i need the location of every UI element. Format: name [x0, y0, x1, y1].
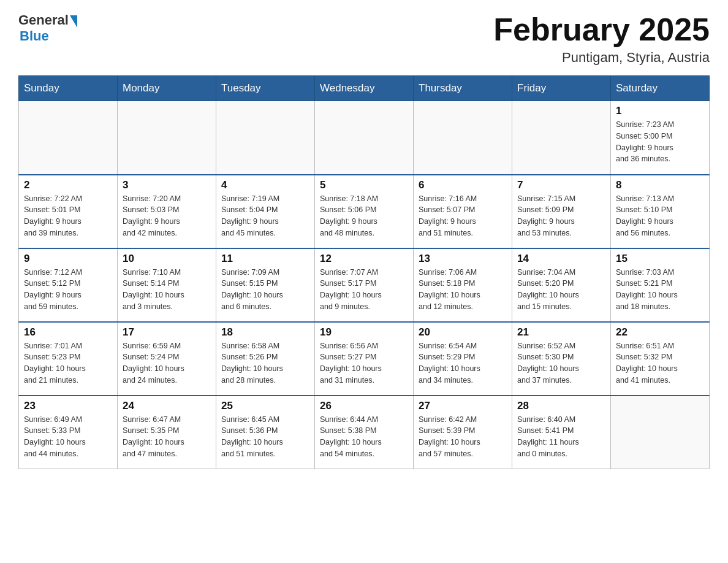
- day-number: 3: [123, 179, 211, 191]
- day-info: Sunrise: 7:01 AMSunset: 5:23 PMDaylight:…: [24, 340, 112, 386]
- calendar-cell: 28Sunrise: 6:40 AMSunset: 5:41 PMDayligh…: [512, 396, 611, 469]
- calendar-cell: 27Sunrise: 6:42 AMSunset: 5:39 PMDayligh…: [414, 396, 512, 469]
- logo-general: General: [18, 12, 69, 28]
- day-info: Sunrise: 7:15 AMSunset: 5:09 PMDaylight:…: [517, 193, 605, 239]
- calendar-cell: 8Sunrise: 7:13 AMSunset: 5:10 PMDaylight…: [611, 175, 710, 248]
- calendar-cell: [118, 101, 216, 175]
- week-row-5: 23Sunrise: 6:49 AMSunset: 5:33 PMDayligh…: [19, 396, 710, 469]
- calendar-cell: 2Sunrise: 7:22 AMSunset: 5:01 PMDaylight…: [19, 175, 118, 248]
- day-number: 10: [123, 253, 211, 265]
- day-number: 2: [24, 179, 112, 191]
- day-info: Sunrise: 7:20 AMSunset: 5:03 PMDaylight:…: [123, 193, 211, 239]
- day-info: Sunrise: 6:44 AMSunset: 5:38 PMDaylight:…: [320, 414, 408, 460]
- day-info: Sunrise: 6:52 AMSunset: 5:30 PMDaylight:…: [517, 340, 605, 386]
- day-info: Sunrise: 7:03 AMSunset: 5:21 PMDaylight:…: [616, 267, 704, 313]
- calendar-cell: [216, 101, 315, 175]
- col-thursday: Thursday: [414, 76, 512, 101]
- logo: General Blue: [18, 12, 77, 44]
- day-number: 21: [517, 326, 605, 339]
- location-title: Puntigam, Styria, Austria: [493, 50, 710, 66]
- col-friday: Friday: [512, 76, 611, 101]
- day-number: 5: [320, 179, 408, 191]
- day-info: Sunrise: 7:13 AMSunset: 5:10 PMDaylight:…: [616, 193, 704, 239]
- day-info: Sunrise: 6:54 AMSunset: 5:29 PMDaylight:…: [419, 340, 507, 386]
- day-info: Sunrise: 7:23 AMSunset: 5:00 PMDaylight:…: [616, 119, 704, 165]
- calendar-cell: 11Sunrise: 7:09 AMSunset: 5:15 PMDayligh…: [216, 248, 315, 322]
- day-info: Sunrise: 7:10 AMSunset: 5:14 PMDaylight:…: [123, 267, 211, 313]
- day-info: Sunrise: 6:59 AMSunset: 5:24 PMDaylight:…: [123, 340, 211, 386]
- logo-triangle-icon: [70, 15, 77, 28]
- calendar-cell: 5Sunrise: 7:18 AMSunset: 5:06 PMDaylight…: [315, 175, 414, 248]
- week-row-2: 2Sunrise: 7:22 AMSunset: 5:01 PMDaylight…: [19, 175, 710, 248]
- day-number: 19: [320, 326, 408, 339]
- calendar-cell: 12Sunrise: 7:07 AMSunset: 5:17 PMDayligh…: [315, 248, 414, 322]
- calendar-cell: 20Sunrise: 6:54 AMSunset: 5:29 PMDayligh…: [414, 322, 512, 396]
- calendar-cell: [414, 101, 512, 175]
- day-info: Sunrise: 6:56 AMSunset: 5:27 PMDaylight:…: [320, 340, 408, 386]
- day-number: 26: [320, 400, 408, 412]
- calendar-cell: 3Sunrise: 7:20 AMSunset: 5:03 PMDaylight…: [118, 175, 216, 248]
- col-saturday: Saturday: [611, 76, 710, 101]
- day-number: 22: [616, 326, 704, 339]
- calendar-cell: 22Sunrise: 6:51 AMSunset: 5:32 PMDayligh…: [611, 322, 710, 396]
- day-number: 24: [123, 400, 211, 412]
- page-header: General Blue February 2025 Puntigam, Sty…: [18, 12, 710, 66]
- day-number: 12: [320, 253, 408, 265]
- day-number: 1: [616, 105, 704, 117]
- col-monday: Monday: [118, 76, 216, 101]
- col-wednesday: Wednesday: [315, 76, 414, 101]
- day-info: Sunrise: 7:04 AMSunset: 5:20 PMDaylight:…: [517, 267, 605, 313]
- day-number: 20: [419, 326, 507, 339]
- day-info: Sunrise: 7:19 AMSunset: 5:04 PMDaylight:…: [221, 193, 309, 239]
- month-title: February 2025: [493, 12, 710, 47]
- day-info: Sunrise: 7:09 AMSunset: 5:15 PMDaylight:…: [221, 267, 309, 313]
- calendar-cell: 13Sunrise: 7:06 AMSunset: 5:18 PMDayligh…: [414, 248, 512, 322]
- day-number: 8: [616, 179, 704, 191]
- logo-blue: Blue: [18, 28, 49, 44]
- calendar-cell: 4Sunrise: 7:19 AMSunset: 5:04 PMDaylight…: [216, 175, 315, 248]
- day-info: Sunrise: 6:45 AMSunset: 5:36 PMDaylight:…: [221, 414, 309, 460]
- week-row-4: 16Sunrise: 7:01 AMSunset: 5:23 PMDayligh…: [19, 322, 710, 396]
- week-row-3: 9Sunrise: 7:12 AMSunset: 5:12 PMDaylight…: [19, 248, 710, 322]
- day-number: 18: [221, 326, 309, 339]
- calendar-cell: 16Sunrise: 7:01 AMSunset: 5:23 PMDayligh…: [19, 322, 118, 396]
- day-info: Sunrise: 7:22 AMSunset: 5:01 PMDaylight:…: [24, 193, 112, 239]
- day-number: 11: [221, 253, 309, 265]
- calendar-cell: 23Sunrise: 6:49 AMSunset: 5:33 PMDayligh…: [19, 396, 118, 469]
- day-number: 16: [24, 326, 112, 339]
- day-number: 6: [419, 179, 507, 191]
- calendar-cell: 7Sunrise: 7:15 AMSunset: 5:09 PMDaylight…: [512, 175, 611, 248]
- calendar-cell: 6Sunrise: 7:16 AMSunset: 5:07 PMDaylight…: [414, 175, 512, 248]
- title-block: February 2025 Puntigam, Styria, Austria: [493, 12, 710, 66]
- day-info: Sunrise: 7:16 AMSunset: 5:07 PMDaylight:…: [419, 193, 507, 239]
- day-number: 13: [419, 253, 507, 265]
- calendar-cell: 18Sunrise: 6:58 AMSunset: 5:26 PMDayligh…: [216, 322, 315, 396]
- day-info: Sunrise: 6:47 AMSunset: 5:35 PMDaylight:…: [123, 414, 211, 460]
- day-info: Sunrise: 7:06 AMSunset: 5:18 PMDaylight:…: [419, 267, 507, 313]
- day-info: Sunrise: 6:42 AMSunset: 5:39 PMDaylight:…: [419, 414, 507, 460]
- day-info: Sunrise: 6:58 AMSunset: 5:26 PMDaylight:…: [221, 340, 309, 386]
- day-info: Sunrise: 7:07 AMSunset: 5:17 PMDaylight:…: [320, 267, 408, 313]
- day-number: 9: [24, 253, 112, 265]
- day-number: 27: [419, 400, 507, 412]
- day-number: 17: [123, 326, 211, 339]
- day-number: 25: [221, 400, 309, 412]
- day-info: Sunrise: 6:51 AMSunset: 5:32 PMDaylight:…: [616, 340, 704, 386]
- day-number: 4: [221, 179, 309, 191]
- calendar-cell: 1Sunrise: 7:23 AMSunset: 5:00 PMDaylight…: [611, 101, 710, 175]
- calendar-cell: 17Sunrise: 6:59 AMSunset: 5:24 PMDayligh…: [118, 322, 216, 396]
- day-number: 7: [517, 179, 605, 191]
- day-number: 23: [24, 400, 112, 412]
- calendar-cell: 9Sunrise: 7:12 AMSunset: 5:12 PMDaylight…: [19, 248, 118, 322]
- calendar-cell: 25Sunrise: 6:45 AMSunset: 5:36 PMDayligh…: [216, 396, 315, 469]
- calendar-cell: 10Sunrise: 7:10 AMSunset: 5:14 PMDayligh…: [118, 248, 216, 322]
- day-info: Sunrise: 7:12 AMSunset: 5:12 PMDaylight:…: [24, 267, 112, 313]
- week-row-1: 1Sunrise: 7:23 AMSunset: 5:00 PMDaylight…: [19, 101, 710, 175]
- calendar-cell: 24Sunrise: 6:47 AMSunset: 5:35 PMDayligh…: [118, 396, 216, 469]
- calendar-cell: 19Sunrise: 6:56 AMSunset: 5:27 PMDayligh…: [315, 322, 414, 396]
- calendar-cell: [315, 101, 414, 175]
- calendar-cell: 21Sunrise: 6:52 AMSunset: 5:30 PMDayligh…: [512, 322, 611, 396]
- day-info: Sunrise: 7:18 AMSunset: 5:06 PMDaylight:…: [320, 193, 408, 239]
- day-number: 28: [517, 400, 605, 412]
- day-number: 15: [616, 253, 704, 265]
